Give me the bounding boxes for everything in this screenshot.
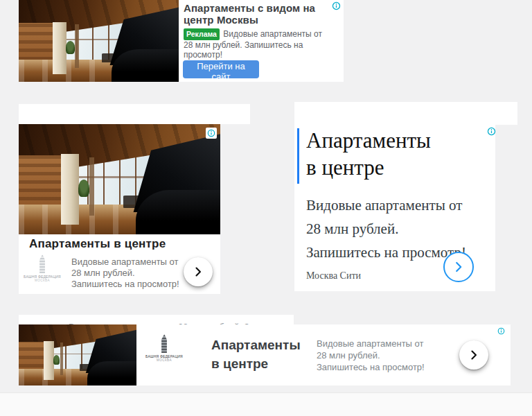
page-footer-band bbox=[0, 392, 532, 416]
photo-white-column bbox=[53, 22, 67, 75]
logo-subtext: МОСКВА bbox=[23, 279, 62, 282]
advertiser-logo: БАШНЯ ФЕДЕРАЦИЯ МОСКВА bbox=[23, 254, 62, 282]
visit-site-button[interactable]: Перейти на сайт bbox=[183, 60, 259, 78]
ad-description: Видовые апартаменты от 28 млн рублей. За… bbox=[71, 257, 185, 290]
ad-title-line1: Апартаменты bbox=[211, 336, 301, 354]
ad-description-line1: Видовые апартаменты от bbox=[306, 193, 466, 217]
photo-plant bbox=[78, 180, 89, 197]
ad-description: Реклама Видовые апартаменты от 28 млн ру… bbox=[184, 28, 331, 60]
federation-tower-icon bbox=[160, 334, 169, 353]
logo-subtext: МОСКВА bbox=[145, 358, 184, 362]
title-accent-bar bbox=[297, 128, 299, 184]
ad-arrow-button[interactable] bbox=[184, 257, 213, 286]
photo-white-column bbox=[61, 154, 79, 225]
ad-title-line2: в центре bbox=[211, 354, 301, 373]
ad-description: Видовые апартаменты от 28 млн рублей. За… bbox=[317, 338, 425, 373]
white-strip-right bbox=[493, 102, 517, 125]
ad-info-icon[interactable] bbox=[206, 128, 217, 139]
ad-description-line2: 28 млн рублей. bbox=[317, 349, 425, 361]
ad-info-icon[interactable] bbox=[332, 1, 341, 10]
photo-plant bbox=[53, 355, 60, 365]
ad-description-line2: 28 млн рублей. bbox=[306, 217, 466, 241]
ad-title: Апартаменты в центре bbox=[211, 336, 301, 373]
ad-photo bbox=[19, 124, 220, 234]
ad-description-line3: Запишитесь на просмотр! bbox=[306, 241, 466, 264]
ad-title: Апартаменты в центре bbox=[306, 127, 431, 181]
ad-info-icon[interactable] bbox=[487, 127, 496, 136]
ad-photo bbox=[19, 324, 136, 385]
white-strip-left bbox=[19, 104, 250, 124]
ad-description-line3: Запишитесь на просмотр! bbox=[317, 361, 425, 373]
photo-plant bbox=[66, 41, 75, 54]
ad-text-card[interactable]: Апартаменты в центре Видовые апартаменты… bbox=[294, 102, 495, 291]
ad-image-card[interactable]: Апартаменты в центре БАШНЯ ФЕДЕРАЦИЯ МОС… bbox=[19, 124, 220, 294]
ad-badge: Реклама bbox=[184, 28, 220, 40]
clipped-ad-strip: Видовые апартаменты от 28 млн рублей. За… bbox=[19, 315, 294, 324]
ad-native-card[interactable]: Апартаменты с видом на центр Москвы Рекл… bbox=[19, 0, 344, 82]
ad-title: Апартаменты в центре bbox=[29, 237, 166, 251]
photo-white-column bbox=[44, 341, 54, 380]
photo-piano-body bbox=[87, 361, 136, 385]
photo-pillar bbox=[89, 157, 95, 216]
ad-arrow-button[interactable] bbox=[459, 340, 488, 370]
federation-tower-icon bbox=[38, 254, 47, 273]
ad-description-line1: Видовые апартаменты от bbox=[317, 338, 425, 349]
ad-info-icon[interactable] bbox=[497, 327, 505, 335]
photo-piano-body bbox=[112, 49, 179, 82]
ad-photo bbox=[19, 0, 179, 82]
ad-banner[interactable]: БАШНЯ ФЕДЕРАЦИЯ МОСКВА Апартаменты в цен… bbox=[19, 324, 511, 385]
photo-piano-body bbox=[136, 190, 220, 234]
ad-title-line1: Апартаменты bbox=[306, 127, 431, 154]
ad-title-line2: в центре bbox=[306, 154, 431, 181]
ad-arrow-button[interactable] bbox=[443, 252, 474, 282]
ad-description: Видовые апартаменты от 28 млн рублей. За… bbox=[306, 193, 466, 264]
photo-pillar bbox=[60, 343, 63, 375]
photo-pillar bbox=[75, 24, 79, 68]
ad-title: Апартаменты с видом на центр Москвы bbox=[184, 2, 331, 26]
advertiser-name: Москва Сити bbox=[306, 270, 361, 281]
advertiser-logo: БАШНЯ ФЕДЕРАЦИЯ МОСКВА bbox=[145, 334, 184, 362]
